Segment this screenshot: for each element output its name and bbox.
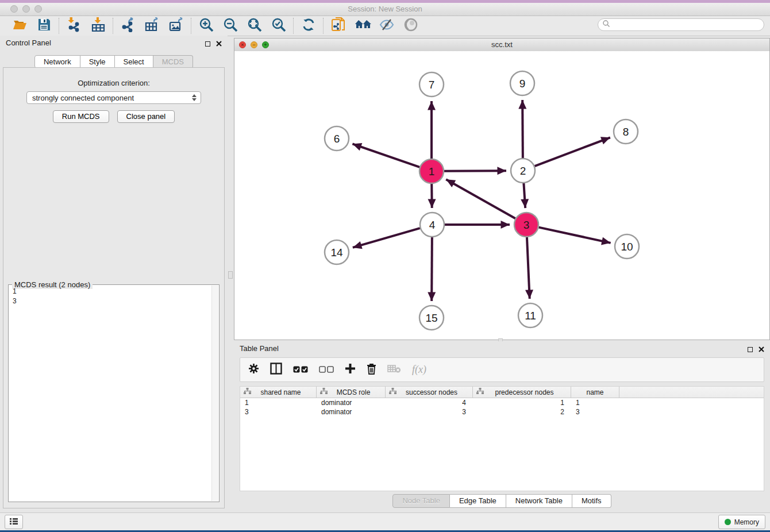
edge-3-1[interactable] <box>446 179 515 218</box>
edge-1-6[interactable] <box>352 144 419 167</box>
column-header-name[interactable]: name <box>571 387 619 398</box>
redraw-button[interactable] <box>301 18 316 33</box>
network-window-titlebar: × − + scc.txt <box>234 38 769 52</box>
export-table-button[interactable] <box>145 18 160 33</box>
edge-4-14[interactable] <box>353 228 420 248</box>
column-header-successor-nodes[interactable]: successor nodes <box>386 387 473 398</box>
function-builder-icon[interactable]: f(x) <box>412 364 426 376</box>
edge-3-11[interactable] <box>527 237 530 299</box>
zoom-in-button[interactable] <box>199 18 214 33</box>
delete-trash-button[interactable] <box>367 363 376 377</box>
table-row[interactable]: 1dominator411 <box>240 398 764 407</box>
edge-2-3[interactable] <box>523 183 525 208</box>
save-session-icon <box>37 18 51 34</box>
optimization-criterion-dropdown[interactable]: strongly connected component <box>26 91 201 104</box>
edge-4-15[interactable] <box>432 237 432 301</box>
node-1[interactable]: 1 <box>419 159 444 183</box>
node-label: 11 <box>525 310 536 322</box>
column-label: shared name <box>251 388 316 396</box>
table-row[interactable]: 3dominator323 <box>240 407 764 417</box>
import-network-button[interactable] <box>67 18 82 33</box>
tab-style[interactable]: Style <box>80 55 115 68</box>
node-7[interactable]: 7 <box>419 72 444 97</box>
import-table-icon <box>91 17 106 34</box>
export-image-button[interactable] <box>169 18 184 33</box>
open-session-button[interactable] <box>13 18 28 33</box>
show-panels-button[interactable] <box>5 515 23 529</box>
zoom-selected-button[interactable] <box>271 18 286 33</box>
node-11[interactable]: 11 <box>518 303 542 327</box>
mcds-result-box: MCDS result (2 nodes) 13 <box>8 284 220 502</box>
import-table-button[interactable] <box>91 18 106 33</box>
edge-3-10[interactable] <box>538 228 610 243</box>
table-cell: dominator <box>317 399 386 407</box>
main-toolbar <box>0 16 770 36</box>
close-panel-icon[interactable] <box>216 38 222 49</box>
open-session-icon <box>13 18 28 34</box>
apply-layout-home-button[interactable] <box>355 18 370 33</box>
application-window: Session: New Session Control Panel Netwo… <box>0 0 770 532</box>
tab-network[interactable]: Network <box>34 55 80 68</box>
run-mcds-button[interactable]: Run MCDS <box>53 110 109 123</box>
node-10[interactable]: 10 <box>615 234 639 259</box>
node-4[interactable]: 4 <box>420 213 444 237</box>
node-label: 7 <box>429 79 435 91</box>
mcds-result-line: 1 <box>13 287 211 296</box>
vertical-splitter[interactable] <box>228 36 234 510</box>
node-label: 10 <box>621 241 633 253</box>
tab-network-table[interactable]: Network Table <box>506 494 572 508</box>
zoom-fit-button[interactable] <box>247 18 262 33</box>
network-canvas[interactable]: 7968124314101511 <box>234 51 769 340</box>
tab-select[interactable]: Select <box>115 55 153 68</box>
tab-motifs[interactable]: Motifs <box>572 494 611 508</box>
node-label: 15 <box>425 312 437 324</box>
add-row-plus-button[interactable] <box>345 363 356 376</box>
column-header-MCDS-role[interactable]: MCDS role <box>317 387 386 398</box>
node-14[interactable]: 14 <box>325 240 349 264</box>
node-3[interactable]: 3 <box>514 213 538 237</box>
table-cell: 2 <box>473 408 571 416</box>
table-toolbar: f(x) <box>240 357 764 382</box>
deselect-all-checks-button[interactable] <box>319 365 334 375</box>
node-label: 8 <box>623 126 629 138</box>
memory-label: Memory <box>734 518 759 526</box>
tab-node-table[interactable]: Node Table <box>392 494 450 508</box>
zoom-out-icon <box>223 17 238 35</box>
edge-2-9[interactable] <box>522 100 523 158</box>
node-15[interactable]: 15 <box>419 306 444 330</box>
splitter-grip[interactable] <box>228 271 233 279</box>
zoom-out-button[interactable] <box>223 18 238 33</box>
float-table-panel-icon[interactable] <box>748 347 753 352</box>
tab-mcds[interactable]: MCDS <box>153 55 193 68</box>
search-field[interactable] <box>598 18 764 31</box>
result-scrollbar[interactable] <box>211 286 218 501</box>
save-session-button[interactable] <box>37 18 52 33</box>
show-columns-button[interactable] <box>270 363 282 377</box>
column-label: name <box>571 388 619 396</box>
node-8[interactable]: 8 <box>614 119 638 144</box>
select-all-checks-button[interactable] <box>293 365 308 375</box>
open-network-from-ndex-button[interactable] <box>331 18 346 33</box>
hide-graphics-details-button[interactable] <box>379 18 394 33</box>
close-panel-button[interactable]: Close panel <box>117 110 175 123</box>
status-bar: Memory <box>0 512 770 530</box>
column-label: predecessor nodes <box>484 388 571 396</box>
close-table-panel-icon[interactable] <box>759 344 764 354</box>
node-9[interactable]: 9 <box>510 71 534 95</box>
node-6[interactable]: 6 <box>325 126 349 151</box>
float-panel-icon[interactable] <box>205 41 210 47</box>
export-network-button[interactable] <box>121 18 136 33</box>
table-options-gear-button[interactable] <box>248 363 259 376</box>
optimization-criterion-label: Optimization criterion: <box>3 79 224 87</box>
node-2[interactable]: 2 <box>511 159 535 183</box>
zoom-fit-icon <box>247 17 263 35</box>
edge-1-2[interactable] <box>444 171 506 171</box>
column-header-shared-name[interactable]: shared name <box>240 387 317 398</box>
birds-eye-view-button[interactable] <box>403 18 418 33</box>
memory-button[interactable]: Memory <box>718 515 765 529</box>
edge-2-8[interactable] <box>535 137 610 166</box>
node-label: 6 <box>334 133 340 145</box>
tab-edge-table[interactable]: Edge Table <box>450 494 506 508</box>
memory-status-icon <box>725 519 731 525</box>
column-header-predecessor-nodes[interactable]: predecessor nodes <box>473 387 571 398</box>
